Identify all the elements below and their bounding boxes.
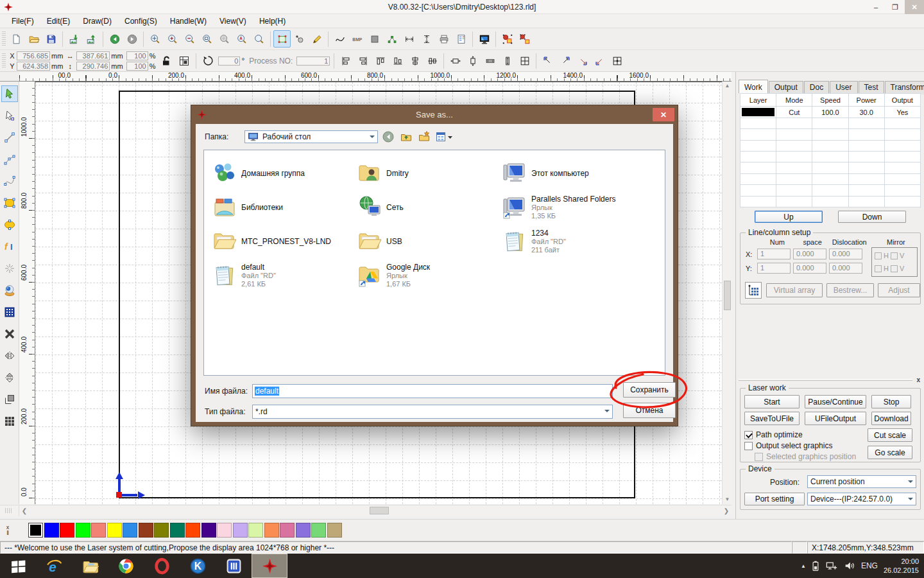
scroll-down-icon[interactable]: ▼: [723, 495, 732, 504]
zoom-view-button[interactable]: [250, 30, 268, 48]
taskbar-opera-button[interactable]: [144, 554, 180, 578]
palette-color[interactable]: [91, 523, 106, 538]
scroll-up-icon[interactable]: ▲: [723, 82, 732, 91]
clock[interactable]: 20:00 26.02.2015: [884, 557, 919, 575]
zoom-pan-button[interactable]: [146, 30, 164, 48]
network-icon[interactable]: [825, 560, 838, 572]
palette-color[interactable]: [217, 523, 232, 538]
view-menu-icon[interactable]: [434, 130, 455, 144]
device-select[interactable]: Device---(IP:242.57.0.0): [807, 493, 916, 505]
palette-color[interactable]: [60, 523, 74, 538]
scale-y-field[interactable]: 100: [126, 62, 148, 71]
delete-tool-button[interactable]: [1, 326, 18, 342]
language-indicator[interactable]: ENG: [861, 561, 878, 570]
file-item[interactable]: Домашняя группа: [208, 157, 353, 190]
tab-transform[interactable]: Transform: [885, 81, 924, 94]
volume-icon[interactable]: [844, 560, 855, 572]
taskbar-rdworks-button[interactable]: [252, 554, 287, 578]
y-num-field[interactable]: 1: [757, 263, 791, 274]
zoom-page-button[interactable]: [198, 30, 216, 48]
palette-color[interactable]: [280, 523, 295, 538]
cancel-button[interactable]: Отмена: [623, 403, 676, 418]
zoom-in-button[interactable]: [164, 30, 181, 48]
adjust-button[interactable]: Adjust: [878, 283, 920, 297]
back-nav-icon[interactable]: [381, 130, 396, 144]
height-field[interactable]: 290.746: [76, 62, 110, 71]
pattern-tool-button[interactable]: [1, 413, 18, 430]
taskbar-parallels-button[interactable]: [216, 554, 252, 578]
taskbar-chrome-button[interactable]: [108, 554, 144, 578]
align-top-button[interactable]: [372, 52, 389, 69]
panel-splitter[interactable]: [739, 379, 912, 381]
dialog-title-bar[interactable]: Save as... ✕: [191, 105, 678, 124]
empty-row[interactable]: [740, 118, 921, 128]
rect-select-button[interactable]: [273, 30, 291, 48]
scroll-right-icon[interactable]: ❯: [721, 507, 732, 514]
file-item[interactable]: Сеть: [353, 191, 498, 224]
process-no-field[interactable]: 1: [296, 57, 330, 66]
align-center-h-button[interactable]: [406, 52, 424, 69]
bestrew-button[interactable]: Bestrew...: [826, 283, 874, 297]
align-bottom-button[interactable]: [389, 52, 406, 69]
tab-output[interactable]: Output: [769, 81, 803, 94]
palette-color[interactable]: [170, 523, 185, 538]
mirror-v-tool-button[interactable]: [1, 369, 18, 386]
scale-x-field[interactable]: 100: [126, 51, 148, 60]
taskbar-explorer-button[interactable]: [72, 554, 108, 578]
vertical-size-button[interactable]: [418, 30, 435, 48]
file-item[interactable]: Google ДискЯрлык1,67 КБ: [353, 259, 498, 292]
tab-test[interactable]: Test: [859, 81, 884, 94]
virtual-array-button[interactable]: Virtual array: [766, 283, 823, 297]
palette-color[interactable]: [185, 523, 200, 538]
palette-color[interactable]: [123, 523, 137, 538]
toolbar-grip[interactable]: [2, 31, 6, 47]
vertical-scroll-thumb[interactable]: [724, 281, 731, 310]
mirror-x-h-checkbox[interactable]: [875, 252, 882, 259]
menu-item-edit[interactable]: Edit(E): [40, 15, 77, 27]
import-image-button[interactable]: [65, 30, 83, 48]
open-file-button[interactable]: [25, 30, 42, 48]
node-edit-tool-button[interactable]: [1, 107, 18, 124]
go-scale-button[interactable]: Go scale: [868, 446, 912, 459]
capture-tool-button[interactable]: [1, 282, 18, 299]
ufile-output-button[interactable]: UFileOutput: [805, 412, 866, 425]
save-button[interactable]: Сохранить: [623, 382, 676, 398]
lock-ratio-icon[interactable]: [158, 53, 175, 69]
y-space-field[interactable]: 0.000: [793, 263, 826, 274]
palette-color[interactable]: [296, 523, 311, 538]
palette-color[interactable]: [44, 523, 59, 538]
palette-color[interactable]: [233, 523, 248, 538]
dialog-close-button[interactable]: ✕: [653, 108, 674, 121]
to-bottom-right-button[interactable]: [574, 52, 591, 69]
empty-row[interactable]: [740, 196, 921, 207]
palette-color[interactable]: [248, 523, 263, 538]
bmp-tool-button[interactable]: BMP: [348, 30, 366, 48]
menu-item-view[interactable]: View(V): [213, 15, 253, 27]
file-item[interactable]: 1234Файл "RD"211 байт: [498, 225, 643, 258]
array-preview-icon[interactable]: [745, 282, 762, 299]
to-bottom-left-button[interactable]: [591, 52, 608, 69]
save-to-ufile-button[interactable]: SaveToUFile: [744, 412, 800, 425]
to-center-button[interactable]: [608, 52, 626, 69]
polyline-tool-button[interactable]: [1, 151, 18, 168]
palette-color[interactable]: [311, 523, 326, 538]
start-button[interactable]: Start: [744, 395, 800, 408]
empty-row[interactable]: [740, 162, 921, 173]
empty-row[interactable]: [740, 185, 921, 196]
pause-continue-button[interactable]: Pause/Continue: [805, 395, 866, 408]
layer-color-swatch[interactable]: [742, 108, 774, 116]
print-button[interactable]: [435, 30, 452, 48]
stop-button[interactable]: Stop: [871, 395, 911, 408]
menu-item-handle[interactable]: Handle(W): [164, 15, 213, 27]
scroll-left-icon[interactable]: ❮: [19, 507, 30, 514]
mirror-y-h-checkbox[interactable]: [875, 265, 882, 272]
fill-color-button[interactable]: [366, 30, 383, 48]
mirror-x-v-checkbox[interactable]: [891, 252, 898, 259]
filename-input[interactable]: default: [252, 384, 613, 398]
palette-grip-icon[interactable]: ‖: [6, 530, 9, 536]
file-item[interactable]: Parallels Shared FoldersЯрлык1,35 КБ: [498, 191, 643, 224]
horizontal-scrollbar[interactable]: ❮ ❯: [0, 505, 732, 516]
array-tool-button[interactable]: [1, 304, 18, 320]
tab-user[interactable]: User: [830, 81, 857, 94]
palette-color[interactable]: [201, 523, 216, 538]
